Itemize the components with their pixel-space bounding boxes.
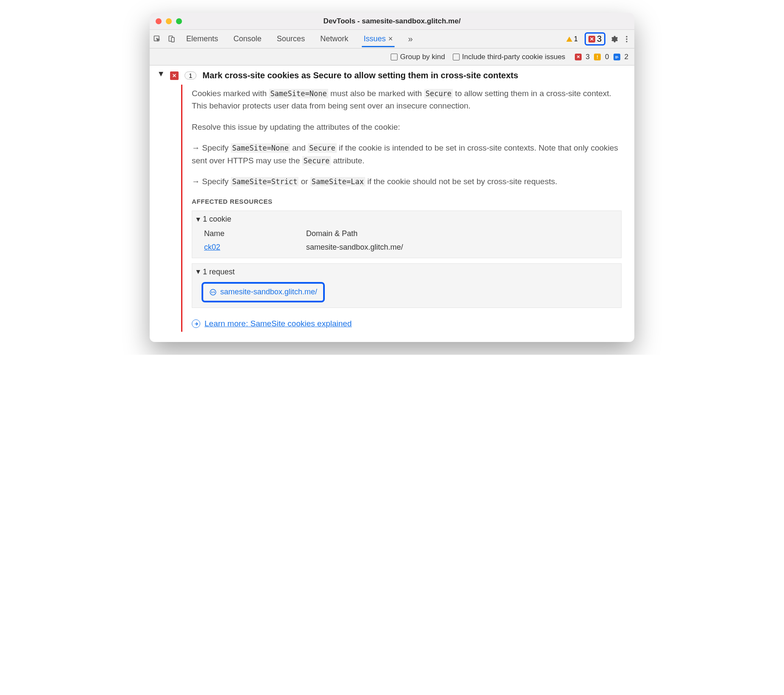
cookie-link[interactable]: ck02 [204,243,220,251]
svg-point-3 [626,36,627,37]
inspect-icon[interactable] [153,35,162,43]
tab-sources[interactable]: Sources [275,31,307,47]
tab-elements[interactable]: Elements [185,31,220,47]
settings-icon[interactable] [610,35,618,43]
col-name: Name [204,228,306,240]
issue-step-1: Specify SameSite=None and Secure if the … [192,142,622,167]
issue-header[interactable]: 1 Mark cross-site cookies as Secure to a… [168,71,630,80]
issue-body: Cookies marked with SameSite=None must a… [181,85,630,332]
info-count-icon[interactable] [614,54,620,60]
issues-pane: ▶ 1 Mark cross-site cookies as Secure to… [150,66,634,342]
issue-error-icon [170,71,179,80]
svg-rect-2 [171,37,174,42]
minimize-window-button[interactable] [166,18,172,24]
error-count-icon[interactable] [575,54,582,60]
options-bar: Group by kind Include third-party cookie… [150,48,634,66]
issue-kind-counters: 3 0 2 [575,53,628,61]
requests-toggle[interactable]: ▶1 request [196,266,617,278]
tab-network[interactable]: Network [318,31,350,47]
affected-resources-heading: Affected Resources [192,197,622,206]
warnings-counter[interactable]: 1 [564,35,580,43]
learn-more-link[interactable]: Learn more: SameSite cookies explained [205,317,352,330]
kebab-menu-icon[interactable] [622,35,631,43]
collapse-all-icon[interactable]: ▶ [158,72,165,77]
issue-description: Cookies marked with SameSite=None must a… [192,87,622,112]
arrow-right-icon [192,319,200,328]
affected-cookies: ▶1 cookie Name Domain & Path ck02 samesi… [192,211,622,258]
request-link[interactable]: samesite-sandbox.glitch.me/ [202,282,325,302]
network-icon [209,288,217,296]
traffic-lights [156,18,182,24]
warning-count-icon[interactable] [594,54,601,60]
issue-occurrence-count: 1 [185,71,196,80]
window-title: DevTools - samesite-sandbox.glitch.me/ [150,17,634,26]
svg-point-5 [626,41,627,42]
errors-counter[interactable]: 3 [585,32,605,46]
cookies-toggle[interactable]: ▶1 cookie [196,214,617,225]
tab-close-icon[interactable]: × [388,34,393,43]
error-icon [588,36,595,43]
zoom-window-button[interactable] [176,18,182,24]
warning-icon [566,37,572,42]
tab-console[interactable]: Console [232,31,263,47]
titlebar: DevTools - samesite-sandbox.glitch.me/ [150,13,634,30]
cookie-domain: samesite-sandbox.glitch.me/ [306,242,617,254]
device-toggle-icon[interactable] [168,35,176,43]
col-domain: Domain & Path [306,228,617,240]
close-window-button[interactable] [156,18,162,24]
issue-title: Mark cross-site cookies as Secure to all… [202,71,518,80]
affected-requests: ▶1 request samesite-sandbox.glitch.me/ [192,263,622,308]
svg-point-4 [626,38,627,40]
tab-issues[interactable]: Issues× [362,31,395,47]
learn-more[interactable]: Learn more: SameSite cookies explained [192,317,622,330]
svg-point-6 [210,290,216,296]
more-tabs-icon[interactable]: » [406,34,415,44]
tab-bar: Elements Console Sources Network Issues×… [150,30,634,48]
issue-resolution: Resolve this issue by updating the attri… [192,121,622,133]
issue-step-2: Specify SameSite=Strict or SameSite=Lax … [192,175,622,188]
group-by-kind-checkbox[interactable]: Group by kind [391,53,445,61]
third-party-checkbox[interactable]: Include third-party cookie issues [453,53,565,61]
devtools-window: DevTools - samesite-sandbox.glitch.me/ E… [150,13,634,342]
